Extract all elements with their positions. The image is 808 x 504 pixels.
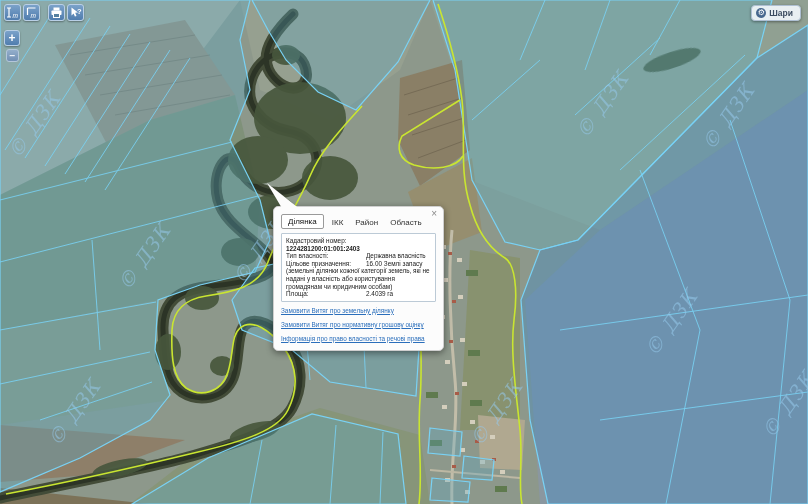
tab-ikk[interactable]: ІКК — [328, 216, 348, 229]
tab-rayon[interactable]: Район — [351, 216, 382, 229]
parcel-details: Кадастровий номер:1224281200:01:001:2403… — [281, 233, 436, 302]
field-area: Площа:2.4039 га — [286, 290, 431, 298]
measure-distance-button[interactable]: m — [4, 4, 21, 21]
toolbar-spacer — [42, 4, 46, 21]
parcel[interactable] — [428, 428, 462, 456]
field-label: Тип власності: — [286, 252, 366, 260]
field-label: Кадастровий номер: — [286, 237, 366, 245]
parcel[interactable] — [430, 478, 470, 502]
measure-area-icon: m — [25, 6, 38, 19]
tab-dilyanka[interactable]: Ділянка — [281, 214, 324, 229]
gear-icon: ⚙ — [756, 8, 766, 18]
field-cadastral-number: Кадастровий номер:1224281200:01:001:2403 — [286, 237, 431, 252]
field-label: Цільове призначення: — [286, 260, 366, 268]
layers-button-label: Шари — [769, 8, 793, 18]
popup-links: Замовити Витяг про земельну ділянку Замо… — [274, 302, 443, 347]
parcel[interactable] — [462, 456, 494, 480]
measure-distance-icon: m — [6, 6, 19, 19]
map-toolbar: m m ? — [4, 4, 84, 21]
parcel-info-popup: × Ділянка ІКК Район Область Кадастровий … — [273, 206, 444, 351]
svg-text:m: m — [31, 12, 37, 19]
print-button[interactable] — [48, 4, 65, 21]
measure-area-button[interactable]: m — [23, 4, 40, 21]
field-label: Площа: — [286, 290, 366, 298]
field-ownership-type: Тип власності:Державна власність — [286, 252, 431, 260]
svg-text:?: ? — [77, 7, 82, 16]
zoom-in-button[interactable]: + — [4, 30, 20, 46]
field-designated-purpose: Цільове призначення:16.00 Землі запасу (… — [286, 260, 431, 290]
layers-button[interactable]: ⚙ Шари — [751, 5, 801, 21]
ownership-rights-info-link[interactable]: Інформація про право власності та речові… — [281, 335, 436, 342]
popup-pointer — [262, 181, 314, 211]
order-extract-valuation-link[interactable]: Замовити Витяг про нормативну грошову оц… — [281, 321, 436, 328]
print-icon — [50, 6, 63, 19]
area-value: 2.4039 га — [366, 290, 393, 297]
tab-oblast[interactable]: Область — [386, 216, 425, 229]
zoom-controls: + − — [4, 30, 20, 62]
zoom-out-button[interactable]: − — [6, 49, 19, 62]
cadastral-number-value: 1224281200:01:001:2403 — [286, 245, 360, 252]
close-icon[interactable]: × — [431, 209, 437, 219]
order-extract-parcel-link[interactable]: Замовити Витяг про земельну ділянку — [281, 307, 436, 314]
help-button[interactable]: ? — [67, 4, 84, 21]
help-cursor-icon: ? — [69, 6, 82, 19]
ownership-type-value: Державна власність — [366, 252, 426, 259]
svg-text:m: m — [13, 12, 19, 19]
popup-tabs: Ділянка ІКК Район Область — [281, 214, 436, 229]
